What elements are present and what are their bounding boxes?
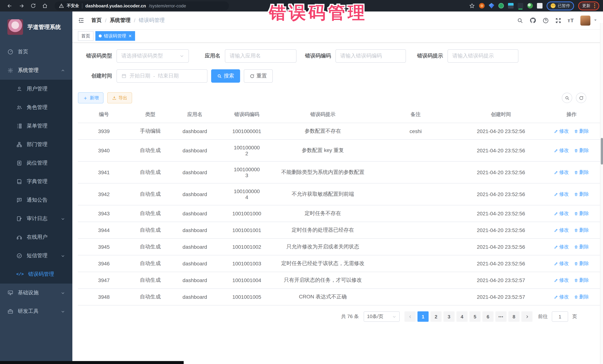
delete-button[interactable]: 删除 [574,169,589,176]
extension-icon[interactable] [489,3,494,9]
sidebar-item-roles[interactable]: 角色管理 [0,98,72,117]
extension-icon[interactable] [527,3,533,9]
sidebar-item-users[interactable]: 用户管理 [0,80,72,98]
table-row[interactable]: 3939手动编辑dashboard1001000001参数配置不存在ceshi2… [78,123,601,140]
close-tab-icon[interactable]: ✕ [128,33,132,38]
table-row[interactable]: 3945自动生成dashboard1001001002只允许修改为开启或者关闭状… [78,239,601,255]
export-button[interactable]: 导出 [107,92,132,103]
table-row[interactable]: 3944自动生成dashboard1001001001定时任务的处理器已经存在2… [78,222,601,239]
table-row[interactable]: 3941自动生成dashboard100100000 3不能删除类型为系统内置的… [78,161,601,183]
sidebar-item-dev-tools[interactable]: 研发工具 [0,302,72,321]
back-icon[interactable] [7,3,13,9]
scrollbar-thumb[interactable] [601,138,603,165]
sidebar-item-posts[interactable]: 岗位管理 [0,154,72,172]
delete-button[interactable]: 删除 [574,277,589,284]
sidebar-item-home[interactable]: 首页 [0,43,72,61]
collapse-sidebar-icon[interactable] [78,17,85,24]
browser-update-button[interactable]: 更新 [578,1,599,10]
table-row[interactable]: 3942自动生成dashboard100100000 4不允许获取敏感配置到前端… [78,183,601,205]
extension-icon[interactable] [498,3,504,9]
refresh-table-button[interactable] [576,93,586,103]
help-icon[interactable] [542,17,549,23]
extension-icon[interactable] [508,3,514,9]
font-size-icon[interactable]: тT [568,17,574,23]
github-icon[interactable] [529,17,536,24]
sidebar-item-menus[interactable]: 菜单管理 [0,117,72,135]
error-code-input[interactable]: 请输入错误码编码 [336,49,406,63]
edit-button[interactable]: 修改 [554,191,569,198]
fullscreen-icon[interactable] [555,17,561,23]
app-name-input[interactable]: 请输入应用名 [225,49,297,63]
next-page-button[interactable] [521,311,533,322]
sidebar-item-system[interactable]: 系统管理 [0,61,72,80]
toggle-search-button[interactable] [562,93,572,103]
breadcrumb-home[interactable]: 首页 [91,17,102,24]
delete-button[interactable]: 删除 [574,227,589,233]
browser-menu-icon[interactable] [594,3,595,8]
date-range-picker[interactable]: 开始日期 - 结束日期 [116,69,208,83]
add-button[interactable]: ＋ 新增 [78,92,104,103]
extension-icon[interactable] [479,3,485,9]
avatar[interactable] [580,15,590,25]
page-button[interactable]: 1 [417,311,429,322]
edit-button[interactable]: 修改 [554,227,569,233]
forward-icon[interactable] [19,3,24,9]
sidebar-item-online-users[interactable]: 在线用户 [0,228,72,246]
extensions-puzzle-icon[interactable] [537,3,543,9]
address-bar[interactable]: 不安全 dashboard.yudao.iocoder.cn/system/er… [55,1,229,10]
sidebar-item-error-codes[interactable]: </> 错误码管理 [0,265,72,284]
delete-button[interactable]: 删除 [574,243,589,250]
table-row[interactable]: 3948自动生成dashboard1001001005CRON 表达式不正确20… [78,288,601,305]
edit-button[interactable]: 修改 [554,260,569,267]
delete-button[interactable]: 删除 [574,294,589,300]
tab-error-codes[interactable]: 错误码管理 ✕ [95,31,135,41]
tab-home[interactable]: 首页 [78,31,93,41]
page-button[interactable]: 5 [469,311,481,322]
extension-icon[interactable] [518,3,523,9]
goto-page-input[interactable]: 1 [552,311,568,322]
table-row[interactable]: 3940自动生成dashboard100100000 2参数配置 key 重复2… [78,140,601,161]
delete-button[interactable]: 删除 [574,147,589,154]
edit-button[interactable]: 修改 [554,294,569,300]
edit-button[interactable]: 修改 [554,169,569,176]
home-icon[interactable] [42,3,48,9]
sidebar-item-dictionary[interactable]: 字典管理 [0,172,72,191]
delete-button[interactable]: 删除 [574,128,589,134]
page-button[interactable]: 3 [443,311,454,322]
sidebar-item-sms[interactable]: 短信管理 [0,246,72,265]
sidebar-item-notices[interactable]: 通知公告 [0,191,72,210]
table-row[interactable]: 3946自动生成dashboard1001001003定时任务已经处于该状态，无… [78,255,601,272]
sidebar-item-audit-logs[interactable]: 审计日志 [0,210,72,228]
table-row[interactable]: 3947自动生成dashboard1001001004只有开启状态的任务，才可以… [78,272,601,288]
prev-page-button[interactable] [405,311,416,322]
sidebar-item-infrastructure[interactable]: 基础设施 [0,284,72,302]
page-button[interactable]: 6 [482,311,494,322]
reload-icon[interactable] [30,3,36,9]
delete-button[interactable]: 删除 [574,191,589,198]
page-button[interactable]: 2 [430,311,441,322]
bookmark-star-icon[interactable] [469,3,475,9]
window-scrollbar[interactable] [600,23,603,364]
error-type-select[interactable]: 请选择错误码类型 [116,49,189,63]
extension-paused-badge[interactable]: 已暂停 [547,1,574,10]
page-button[interactable]: 4 [456,311,468,322]
edit-button[interactable]: 修改 [554,243,569,250]
reset-button[interactable]: 重置 [244,69,273,83]
edit-button[interactable]: 修改 [554,128,569,134]
page-button[interactable]: 8 [508,311,520,322]
page-size-select[interactable]: 10条/页 [364,311,400,322]
delete-button[interactable]: 删除 [574,210,589,217]
edit-button[interactable]: 修改 [554,147,569,154]
app-logo[interactable]: 芋道管理系统 [0,11,72,43]
edit-button[interactable]: 修改 [554,277,569,284]
more-pages-button[interactable]: ••• [495,311,507,322]
table-row[interactable]: 3943自动生成dashboard1001001000定时任务不存在2021-0… [78,205,601,222]
breadcrumb-system[interactable]: 系统管理 [110,17,131,24]
search-button[interactable]: 搜索 [211,69,240,83]
error-msg-input[interactable]: 请输入错误码提示 [448,49,518,63]
sidebar-item-departments[interactable]: 部门管理 [0,135,72,154]
delete-button[interactable]: 删除 [574,260,589,267]
search-icon[interactable] [517,17,523,23]
chevron-down-icon[interactable] [593,17,597,24]
edit-button[interactable]: 修改 [554,210,569,217]
